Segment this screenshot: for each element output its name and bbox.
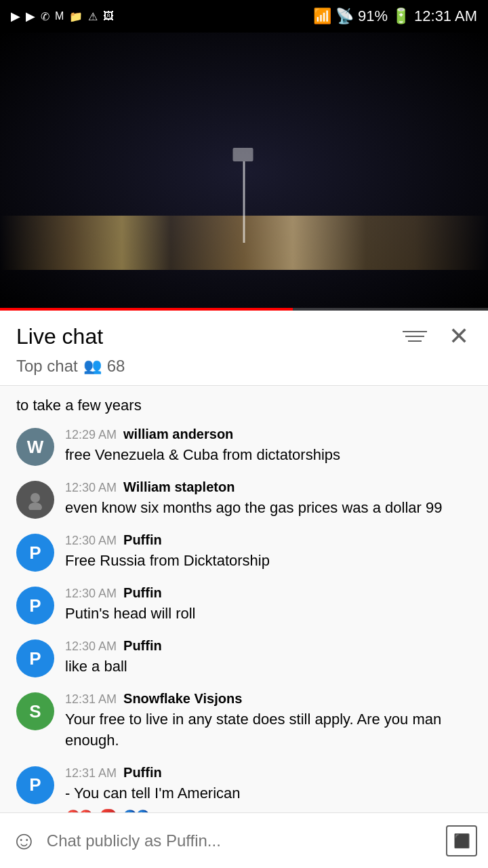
avatar: P [16, 587, 54, 625]
message-time: 12:30 AM [65, 639, 117, 654]
chat-message: P 12:30 AM Puffin Free Russia from Dickt… [0, 526, 488, 578]
chat-message: P 12:30 AM Puffin Putin's head will roll [0, 578, 488, 631]
message-text: - You can tell I'm American [65, 783, 472, 804]
partial-message-text: to take a few years [16, 397, 142, 414]
chat-message: P 12:30 AM Puffin like a ball [0, 631, 488, 684]
message-time: 12:29 AM [65, 428, 117, 442]
chat-header: Live chat ✕ Top chat 👥 68 [0, 311, 488, 386]
message-text: even know six months ago the gas prices … [65, 498, 472, 519]
svg-point-1 [28, 502, 42, 510]
send-button[interactable]: ⬛ [446, 825, 477, 856]
message-meta: 12:30 AM Puffin [65, 532, 472, 548]
battery-level: 91% [358, 7, 388, 25]
status-right: 📶 📡 91% 🔋 12:31 AM [313, 7, 477, 25]
m-icon: M [55, 10, 64, 22]
message-meta: 12:31 AM Puffin [65, 765, 472, 781]
message-author: Puffin [123, 638, 162, 654]
message-time: 12:30 AM [65, 587, 117, 601]
message-meta: 12:31 AM Snowflake Visjons [65, 691, 472, 707]
message-author: william anderson [123, 427, 233, 442]
message-text: free Venezuela & Cuba from dictatorships [65, 445, 472, 466]
message-content: 12:31 AM Snowflake Visjons Your free to … [65, 691, 472, 751]
video-progress-fill [0, 308, 293, 311]
emoji-icon: ☺ [11, 826, 37, 854]
message-meta: 12:30 AM William stapleton [65, 479, 472, 495]
status-left: ▶ ▶ ✆ M 📁 ⚠ 🖼 [11, 9, 114, 24]
message-content: 12:29 AM william anderson free Venezuela… [65, 427, 472, 466]
alert-icon: ⚠ [88, 10, 98, 23]
message-author: Snowflake Visjons [123, 691, 242, 707]
message-text: Free Russia from Dicktatorship [65, 551, 472, 572]
battery-icon: 🔋 [392, 7, 410, 25]
avatar: P [16, 766, 54, 804]
send-icon: ⬛ [446, 825, 477, 856]
phone-icon: ✆ [41, 10, 49, 23]
message-content: 12:30 AM William stapleton even know six… [65, 479, 472, 519]
youtube-icon: ▶ [11, 9, 20, 24]
chat-message: W 12:29 AM william anderson free Venezue… [0, 420, 488, 473]
message-time: 12:30 AM [65, 481, 117, 495]
message-text: Putin's head will roll [65, 604, 472, 625]
chat-messages: to take a few years W 12:29 AM william a… [0, 386, 488, 868]
video-player[interactable] [0, 33, 488, 311]
chat-input[interactable] [47, 831, 436, 850]
close-button[interactable]: ✕ [446, 321, 472, 351]
message-author: Puffin [123, 765, 162, 781]
chat-header-icons: ✕ [400, 321, 472, 351]
live-chat-title: Live chat [16, 324, 103, 349]
filter-icon [403, 326, 427, 347]
filter-line-1 [403, 331, 427, 332]
avatar: P [16, 534, 54, 572]
viewer-count: 68 [107, 357, 125, 376]
wifi-icon: 📶 [313, 7, 331, 25]
partial-message: to take a few years [0, 391, 488, 420]
chat-input-area: ☺ ⬛ [0, 812, 488, 868]
folder-icon: 📁 [69, 10, 83, 23]
clock: 12:31 AM [414, 7, 477, 25]
avatar: P [16, 639, 54, 677]
svg-point-0 [30, 493, 40, 502]
chat-header-top: Live chat ✕ [16, 321, 472, 351]
message-author: Puffin [123, 532, 162, 548]
message-text: Your free to live in any state does stil… [65, 709, 472, 751]
avatar [16, 481, 54, 519]
top-chat-label: Top chat [16, 357, 78, 376]
message-author: William stapleton [123, 479, 235, 495]
chat-message: 12:30 AM William stapleton even know six… [0, 473, 488, 526]
close-icon: ✕ [449, 324, 469, 349]
avatar: S [16, 692, 54, 730]
avatar: W [16, 428, 54, 466]
filter-button[interactable] [400, 323, 430, 349]
message-time: 12:30 AM [65, 534, 117, 548]
send-icon-symbol: ⬛ [453, 833, 470, 849]
message-meta: 12:30 AM Puffin [65, 638, 472, 654]
status-bar: ▶ ▶ ✆ M 📁 ⚠ 🖼 📶 📡 91% 🔋 12:31 AM [0, 0, 488, 33]
message-text: like a ball [65, 656, 472, 677]
video-progress-bar[interactable] [0, 308, 488, 311]
filter-line-3 [408, 340, 422, 342]
filter-line-2 [405, 336, 424, 337]
emoji-button[interactable]: ☺ [11, 826, 37, 855]
chat-message: S 12:31 AM Snowflake Visjons Your free t… [0, 684, 488, 758]
viewers-icon: 👥 [83, 357, 102, 375]
message-meta: 12:30 AM Puffin [65, 585, 472, 601]
signal-icon: 📡 [336, 7, 354, 25]
youtube2-icon: ▶ [26, 9, 35, 24]
chat-subtitle: Top chat 👥 68 [16, 357, 472, 385]
video-pole [243, 161, 245, 243]
message-meta: 12:29 AM william anderson [65, 427, 472, 442]
image-icon: 🖼 [103, 10, 114, 22]
message-content: 12:30 AM Puffin Putin's head will roll [65, 585, 472, 625]
message-time: 12:31 AM [65, 766, 117, 781]
message-content: 12:30 AM Puffin like a ball [65, 638, 472, 677]
message-time: 12:31 AM [65, 692, 117, 707]
message-content: 12:30 AM Puffin Free Russia from Dicktat… [65, 532, 472, 572]
message-author: Puffin [123, 585, 162, 601]
